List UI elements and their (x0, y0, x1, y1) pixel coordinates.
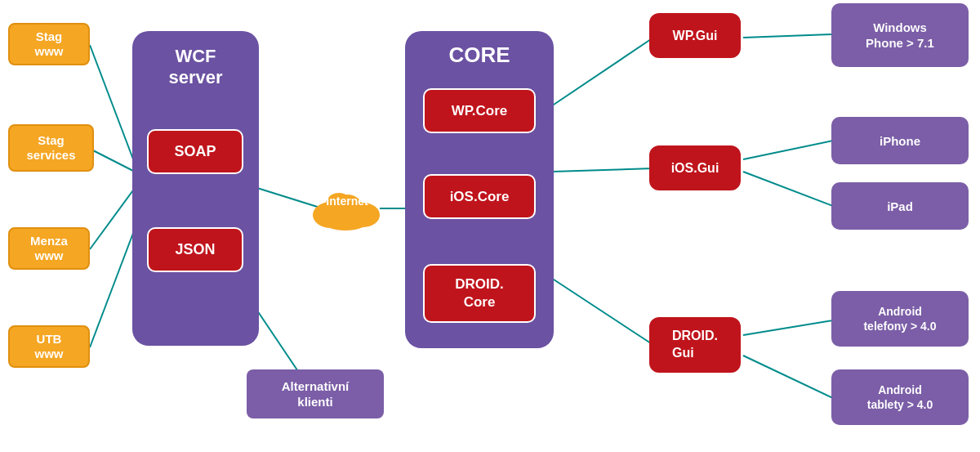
svg-line-2 (90, 188, 135, 249)
svg-line-8 (551, 278, 653, 345)
internet-label: Internet (302, 195, 392, 208)
svg-line-11 (743, 172, 833, 206)
stag-www-box: Stag www (8, 23, 90, 65)
svg-line-0 (90, 45, 135, 163)
ios-core-box: iOS.Core (423, 174, 536, 219)
soap-box: SOAP (147, 129, 243, 174)
svg-line-6 (551, 38, 653, 106)
menza-www-box: Menza www (8, 227, 90, 270)
svg-line-12 (743, 320, 833, 335)
svg-line-3 (90, 229, 135, 347)
windows-phone-box: Windows Phone > 7.1 (831, 3, 969, 67)
stag-services-box: Stag services (8, 124, 94, 172)
ipad-box: iPad (831, 182, 969, 230)
utb-www-box: UTB www (8, 325, 90, 368)
wp-gui-box: WP.Gui (649, 13, 741, 58)
android-telefony-box: Android telefony > 4.0 (831, 291, 969, 347)
svg-line-9 (743, 34, 833, 38)
core-label: CORE (405, 43, 554, 68)
ios-gui-box: iOS.Gui (649, 145, 741, 190)
droid-gui-box: DROID. Gui (649, 317, 741, 373)
svg-line-10 (743, 141, 833, 159)
svg-line-7 (551, 168, 653, 172)
svg-line-13 (743, 356, 833, 398)
internet-cloud: Internet (302, 180, 392, 237)
wcf-server-block: WCFserver SOAP JSON (132, 31, 259, 346)
android-tablety-box: Android tablety > 4.0 (831, 369, 969, 425)
wp-core-box: WP.Core (423, 88, 536, 133)
svg-line-1 (90, 149, 135, 172)
iphone-box: iPhone (831, 117, 969, 164)
core-block: CORE WP.Core iOS.Core DROID. Core (405, 31, 554, 348)
droid-core-box: DROID. Core (423, 264, 536, 323)
json-box: JSON (147, 227, 243, 272)
alt-klienti-box: Alternativní klienti (247, 369, 384, 418)
wcf-server-label: WCFserver (132, 46, 259, 89)
